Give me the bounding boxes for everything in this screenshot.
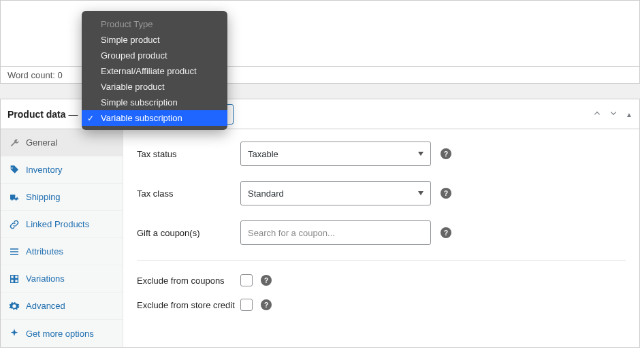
tab-label: Shipping (26, 192, 61, 202)
help-icon[interactable]: ? (261, 275, 272, 286)
divider (137, 260, 626, 261)
gear-icon (9, 301, 20, 312)
tax-class-row: Tax class Standard ? (137, 181, 626, 205)
link-icon (9, 219, 20, 230)
exclude-coupons-label: Exclude from coupons (137, 276, 240, 286)
truck-icon (9, 192, 20, 203)
tax-status-select[interactable]: Taxable (240, 142, 431, 166)
tab-inventory[interactable]: Inventory (1, 156, 123, 184)
tab-variations[interactable]: Variations (1, 265, 123, 293)
tax-status-row: Tax status Taxable ? (137, 142, 626, 166)
exclude-coupons-checkbox[interactable] (240, 274, 253, 286)
dropdown-option-variable-product[interactable]: Variable product (82, 79, 227, 95)
tab-general[interactable]: General (1, 129, 123, 156)
dropdown-option-external-affiliate[interactable]: External/Affiliate product (82, 63, 227, 79)
tax-class-label: Tax class (137, 188, 240, 199)
wordcount-text: Word count: 0 (7, 70, 63, 80)
help-icon[interactable]: ? (441, 227, 451, 238)
panel-toggle-arrows: ▲ (593, 109, 633, 119)
sparkle-icon (9, 328, 20, 339)
tab-label: Variations (26, 274, 65, 284)
gift-coupon-row: Gift a coupon(s) Search for a coupon... … (137, 220, 626, 245)
tab-label: Inventory (26, 165, 62, 175)
dropdown-group-label: Product Type (82, 15, 227, 32)
wrench-icon (9, 137, 20, 148)
tab-attributes[interactable]: Attributes (1, 238, 123, 265)
tab-shipping[interactable]: Shipping (1, 184, 123, 211)
tab-label: Advanced (26, 301, 65, 311)
tag-icon (9, 165, 20, 176)
panel-title: Product data (7, 109, 66, 120)
dropdown-option-simple-product[interactable]: Simple product (82, 32, 227, 48)
help-icon[interactable]: ? (441, 148, 451, 159)
dropdown-option-grouped-product[interactable]: Grouped product (82, 48, 227, 63)
exclude-coupons-row: Exclude from coupons ? (137, 274, 626, 286)
help-icon[interactable]: ? (261, 299, 272, 310)
grid-icon (9, 274, 20, 284)
dropdown-option-simple-subscription[interactable]: Simple subscription (82, 95, 227, 110)
panel-body: General Inventory Shipping Linked Produc… (1, 129, 639, 347)
tab-label: Get more options (26, 329, 94, 339)
exclude-store-credit-row: Exclude from store credit ? (137, 299, 626, 311)
exclude-store-credit-label: Exclude from store credit (137, 300, 240, 310)
list-icon (9, 246, 20, 257)
exclude-store-credit-checkbox[interactable] (240, 299, 253, 311)
gift-coupon-label: Gift a coupon(s) (137, 228, 240, 238)
tab-get-more-options[interactable]: Get more options (1, 320, 123, 347)
product-data-panel: Product data — ▲ General Inventory Shipp… (0, 99, 640, 348)
tax-status-label: Tax status (137, 149, 240, 159)
chevron-down-icon[interactable] (609, 109, 618, 119)
general-tab-content: Tax status Taxable ? Tax class Standard … (123, 129, 639, 347)
dropdown-option-variable-subscription[interactable]: Variable subscription (82, 110, 227, 126)
tab-label: Linked Products (26, 219, 89, 229)
product-data-tabs: General Inventory Shipping Linked Produc… (1, 129, 123, 347)
tab-linked-products[interactable]: Linked Products (1, 211, 123, 238)
panel-dash: — (69, 109, 78, 120)
tab-label: Attributes (26, 246, 63, 257)
chevron-up-icon[interactable] (593, 109, 601, 119)
tab-advanced[interactable]: Advanced (1, 293, 123, 320)
gift-coupon-input[interactable]: Search for a coupon... (240, 220, 431, 245)
product-type-dropdown[interactable]: Product Type Simple product Grouped prod… (82, 11, 227, 130)
collapse-triangle-icon[interactable]: ▲ (626, 110, 633, 118)
help-icon[interactable]: ? (441, 188, 451, 199)
tab-label: General (26, 137, 57, 148)
tax-class-select[interactable]: Standard (240, 181, 431, 205)
